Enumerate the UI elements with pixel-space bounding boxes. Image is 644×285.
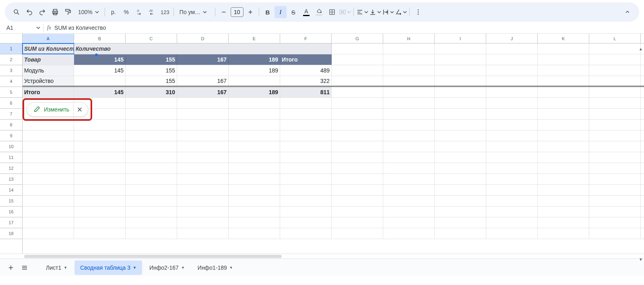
cell[interactable] bbox=[383, 43, 435, 54]
cell[interactable] bbox=[435, 217, 486, 228]
sheet-tab[interactable]: Лист1▼ bbox=[40, 260, 73, 275]
cell[interactable]: Итого bbox=[23, 87, 74, 97]
cell[interactable] bbox=[486, 87, 538, 97]
scroll-down-icon[interactable]: ▼ bbox=[638, 256, 644, 262]
column-header[interactable]: K bbox=[538, 34, 589, 43]
cell[interactable] bbox=[538, 65, 589, 76]
cell[interactable] bbox=[589, 98, 641, 108]
cell[interactable] bbox=[589, 185, 641, 195]
cell[interactable] bbox=[435, 130, 486, 141]
name-box[interactable]: A1 bbox=[3, 25, 43, 31]
add-sheet-button[interactable] bbox=[5, 262, 17, 274]
cell[interactable] bbox=[383, 174, 435, 184]
cell[interactable] bbox=[383, 141, 435, 152]
more-options-button[interactable] bbox=[412, 6, 424, 18]
cell[interactable] bbox=[486, 76, 538, 86]
cell[interactable] bbox=[486, 185, 538, 195]
cell[interactable] bbox=[332, 130, 383, 141]
cell[interactable] bbox=[332, 152, 383, 163]
cell[interactable] bbox=[435, 98, 486, 108]
cell[interactable] bbox=[486, 65, 538, 76]
cell[interactable]: 322 bbox=[280, 76, 332, 86]
column-header[interactable]: E bbox=[229, 34, 280, 43]
cell[interactable] bbox=[177, 185, 229, 195]
cell[interactable] bbox=[229, 228, 280, 239]
cell[interactable] bbox=[74, 228, 126, 239]
cell[interactable] bbox=[332, 163, 383, 173]
cell[interactable] bbox=[229, 163, 280, 173]
cell[interactable] bbox=[486, 54, 538, 65]
bold-button[interactable]: B bbox=[262, 6, 274, 18]
cell[interactable] bbox=[74, 141, 126, 152]
cell[interactable] bbox=[589, 76, 641, 86]
cell[interactable] bbox=[74, 207, 126, 217]
cell[interactable] bbox=[435, 174, 486, 184]
cell[interactable]: Устройство bbox=[23, 76, 74, 86]
cell[interactable] bbox=[229, 185, 280, 195]
cell[interactable] bbox=[177, 98, 229, 108]
cell[interactable] bbox=[538, 152, 589, 163]
cell[interactable]: Количество bbox=[74, 43, 332, 54]
cell[interactable] bbox=[229, 217, 280, 228]
row-header[interactable]: 9 bbox=[0, 130, 22, 141]
cell[interactable] bbox=[23, 217, 74, 228]
horizontal-scrollbar[interactable] bbox=[0, 254, 644, 258]
cell[interactable] bbox=[486, 43, 538, 54]
cell[interactable] bbox=[229, 152, 280, 163]
cell[interactable] bbox=[229, 76, 280, 86]
cell[interactable] bbox=[332, 217, 383, 228]
cell[interactable] bbox=[435, 65, 486, 76]
cell[interactable] bbox=[486, 163, 538, 173]
cell[interactable] bbox=[229, 130, 280, 141]
cell[interactable] bbox=[435, 185, 486, 195]
row-header[interactable]: 18 bbox=[0, 228, 22, 239]
search-icon[interactable] bbox=[10, 6, 23, 18]
selection-handle[interactable] bbox=[95, 54, 98, 56]
cell[interactable] bbox=[538, 76, 589, 86]
more-formats-button[interactable]: 123 bbox=[159, 6, 171, 18]
cell[interactable] bbox=[383, 152, 435, 163]
cell[interactable] bbox=[74, 130, 126, 141]
cell[interactable] bbox=[177, 109, 229, 119]
cell[interactable] bbox=[177, 174, 229, 184]
decrease-decimal-button[interactable]: .0 bbox=[133, 6, 145, 18]
cell[interactable] bbox=[177, 217, 229, 228]
cell[interactable] bbox=[486, 109, 538, 119]
cell[interactable] bbox=[74, 163, 126, 173]
cell[interactable] bbox=[23, 120, 74, 130]
cell[interactable] bbox=[280, 207, 332, 217]
cell[interactable] bbox=[589, 152, 641, 163]
cell[interactable] bbox=[280, 174, 332, 184]
cell[interactable]: 167 bbox=[177, 54, 229, 65]
select-all-corner[interactable] bbox=[0, 34, 23, 43]
cell[interactable] bbox=[383, 120, 435, 130]
cell[interactable] bbox=[435, 141, 486, 152]
vertical-scrollbar[interactable]: ▲ ▼ bbox=[638, 46, 644, 262]
print-button[interactable] bbox=[49, 6, 61, 18]
cell[interactable] bbox=[589, 54, 641, 65]
cell[interactable]: 189 bbox=[229, 87, 280, 97]
cell[interactable] bbox=[332, 98, 383, 108]
cell[interactable] bbox=[486, 141, 538, 152]
horizontal-align-button[interactable] bbox=[356, 6, 368, 18]
cell[interactable] bbox=[486, 130, 538, 141]
cell[interactable] bbox=[486, 152, 538, 163]
row-header[interactable]: 2 bbox=[0, 54, 22, 65]
cell[interactable] bbox=[538, 120, 589, 130]
cell[interactable] bbox=[383, 98, 435, 108]
cell[interactable] bbox=[126, 163, 177, 173]
cell[interactable] bbox=[383, 217, 435, 228]
cell[interactable] bbox=[486, 217, 538, 228]
borders-button[interactable] bbox=[326, 6, 338, 18]
cell[interactable]: 145 bbox=[74, 65, 126, 76]
cell[interactable] bbox=[23, 207, 74, 217]
column-header[interactable]: F bbox=[280, 34, 332, 43]
cell[interactable] bbox=[332, 207, 383, 217]
cell[interactable] bbox=[23, 174, 74, 184]
column-header[interactable]: J bbox=[486, 34, 538, 43]
increase-decimal-button[interactable]: .00 bbox=[146, 6, 158, 18]
cell[interactable]: 155 bbox=[126, 76, 177, 86]
cell[interactable] bbox=[23, 196, 74, 206]
text-wrap-button[interactable] bbox=[382, 6, 394, 18]
decrease-font-size-button[interactable] bbox=[218, 6, 230, 18]
